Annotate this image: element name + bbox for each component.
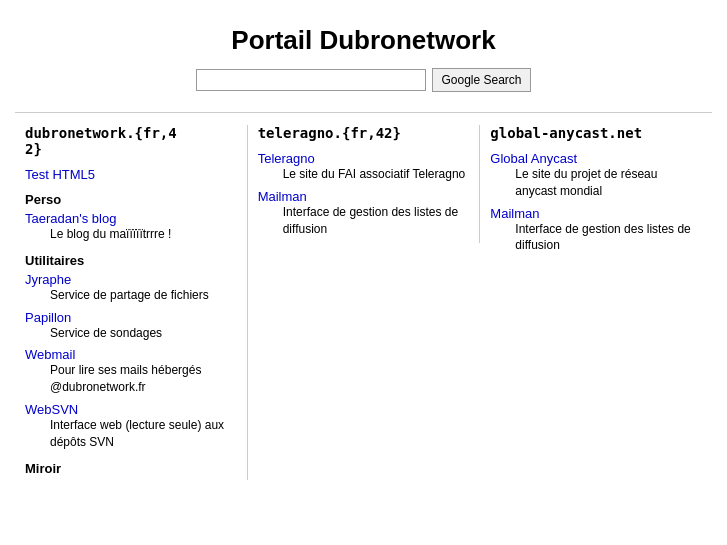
teleragno-link[interactable]: Teleragno [258, 151, 315, 166]
list-item: Jyraphe Service de partage de fichiers [25, 272, 237, 304]
webmail-desc: Pour lire ses mails hébergés @dubronetwo… [50, 362, 237, 396]
webmail-link[interactable]: Webmail [25, 347, 75, 362]
col-global-anycast-title: global-anycast.net [490, 125, 702, 141]
list-item: Test HTML5 [25, 167, 237, 182]
col-dubronetwork: dubronetwork.{fr,42} Test HTML5 Perso Ta… [15, 125, 248, 480]
list-item: Taeradan's blog Le blog du maïïïïïtrrre … [25, 211, 237, 243]
papillon-desc: Service de sondages [50, 325, 237, 342]
global-anycast-desc: Le site du projet de réseau anycast mond… [515, 166, 702, 200]
jyraphe-link[interactable]: Jyraphe [25, 272, 71, 287]
list-item: Mailman Interface de gestion des listes … [258, 189, 470, 238]
taeradan-blog-desc: Le blog du maïïïïïtrrre ! [50, 226, 237, 243]
mailman-anycast-desc: Interface de gestion des listes de diffu… [515, 221, 702, 255]
section-perso-title: Perso [25, 192, 237, 207]
search-bar: Google Search [15, 68, 712, 92]
col-teleragno: teleragno.{fr,42} Teleragno Le site du F… [248, 125, 481, 243]
columns: dubronetwork.{fr,42} Test HTML5 Perso Ta… [15, 113, 712, 480]
col-teleragno-title: teleragno.{fr,42} [258, 125, 470, 141]
list-item: Webmail Pour lire ses mails hébergés @du… [25, 347, 237, 396]
section-utilitaires-title: Utilitaires [25, 253, 237, 268]
taeradan-blog-link[interactable]: Taeradan's blog [25, 211, 116, 226]
mailman-anycast-link[interactable]: Mailman [490, 206, 539, 221]
list-item: Papillon Service de sondages [25, 310, 237, 342]
jyraphe-desc: Service de partage de fichiers [50, 287, 237, 304]
list-item: Mailman Interface de gestion des listes … [490, 206, 702, 255]
col-dubronetwork-title: dubronetwork.{fr,42} [25, 125, 237, 157]
page-wrapper: Portail Dubronetwork Google Search dubro… [0, 0, 727, 490]
section-miroir-title: Miroir [25, 461, 237, 476]
google-search-button[interactable]: Google Search [432, 68, 530, 92]
list-item: Teleragno Le site du FAI associatif Tele… [258, 151, 470, 183]
test-html5-link[interactable]: Test HTML5 [25, 167, 95, 182]
websvn-link[interactable]: WebSVN [25, 402, 78, 417]
teleragno-desc: Le site du FAI associatif Teleragno [283, 166, 470, 183]
header: Portail Dubronetwork Google Search [15, 10, 712, 113]
mailman-teleragno-desc: Interface de gestion des listes de diffu… [283, 204, 470, 238]
col-global-anycast: global-anycast.net Global Anycast Le sit… [480, 125, 712, 260]
list-item: WebSVN Interface web (lecture seule) aux… [25, 402, 237, 451]
global-anycast-link[interactable]: Global Anycast [490, 151, 577, 166]
list-item: Global Anycast Le site du projet de rése… [490, 151, 702, 200]
search-input[interactable] [196, 69, 426, 91]
mailman-teleragno-link[interactable]: Mailman [258, 189, 307, 204]
papillon-link[interactable]: Papillon [25, 310, 71, 325]
page-title: Portail Dubronetwork [15, 25, 712, 56]
websvn-desc: Interface web (lecture seule) aux dépôts… [50, 417, 237, 451]
